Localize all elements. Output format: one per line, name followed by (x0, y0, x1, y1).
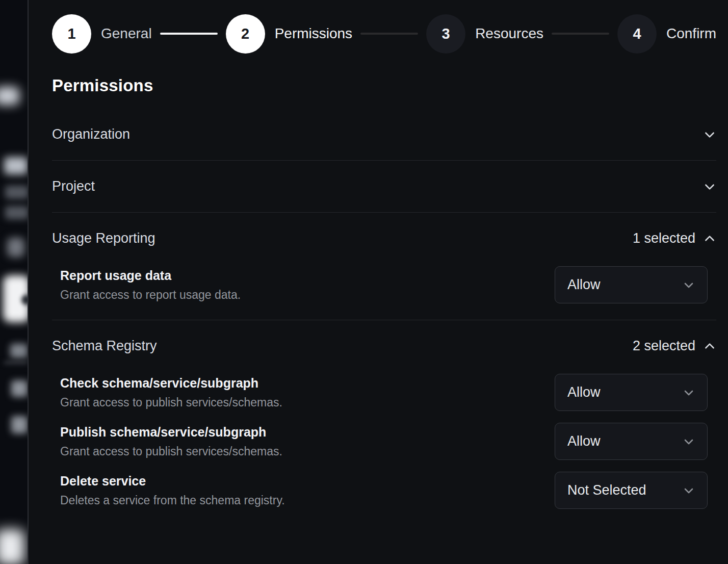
chevron-down-icon (683, 387, 695, 399)
blurred-nav-text (5, 186, 28, 199)
section-header-usage-reporting[interactable]: Usage Reporting 1 selected (52, 213, 716, 264)
selected-count-badge: 2 selected (633, 338, 695, 354)
step-number-badge: 1 (52, 14, 91, 54)
section-project: Project (52, 161, 716, 213)
permission-description: Grant access to report usage data. (60, 288, 241, 302)
blurred-divider (4, 361, 28, 364)
step-label: Permissions (275, 25, 352, 42)
step-number-badge: 3 (426, 14, 465, 54)
stepper-connector (160, 33, 218, 35)
step-general[interactable]: 1 General (52, 14, 152, 54)
chevron-down-icon (683, 279, 695, 291)
stepper-connector (552, 33, 609, 35)
chevron-down-icon (683, 435, 695, 448)
background-sidebar (0, 0, 28, 564)
select-value: Allow (567, 384, 601, 400)
blurred-logo (0, 87, 19, 105)
select-value: Allow (567, 433, 601, 449)
permission-select-check-schema[interactable]: Allow (555, 374, 708, 411)
select-value: Not Selected (567, 482, 646, 498)
selected-count-badge: 1 selected (633, 230, 695, 246)
chevron-down-icon (703, 180, 716, 193)
blurred-bottom-item (0, 529, 24, 564)
permission-description: Deletes a service from the schema regist… (60, 494, 285, 507)
step-permissions[interactable]: 2 Permissions (226, 14, 352, 54)
section-header-schema-registry[interactable]: Schema Registry 2 selected (52, 320, 716, 372)
blurred-nav-item (7, 238, 24, 257)
chevron-down-icon (683, 484, 695, 497)
permission-select-delete-service[interactable]: Not Selected (555, 472, 708, 509)
section-schema-registry: Schema Registry 2 selected Check schema/… (52, 320, 716, 525)
step-label: Confirm (666, 25, 716, 42)
permission-row-delete-service: Delete service Deletes a service from th… (52, 472, 716, 509)
blurred-nav-item (10, 344, 28, 358)
permission-row-check-schema: Check schema/service/subgraph Grant acce… (52, 374, 716, 411)
page-title: Permissions (52, 76, 716, 95)
wizard-stepper: 1 General 2 Permissions 3 Resources 4 Co… (52, 14, 716, 54)
step-number-badge: 2 (226, 14, 265, 54)
permission-title: Publish schema/service/subgraph (60, 425, 282, 440)
create-key-wizard-panel: 1 General 2 Permissions 3 Resources 4 Co… (29, 0, 728, 564)
section-title: Schema Registry (52, 338, 157, 354)
section-header-organization[interactable]: Organization (52, 109, 716, 160)
chevron-up-icon (703, 340, 716, 353)
blurred-nav-item (11, 380, 28, 397)
permission-description: Grant access to publish services/schemas… (60, 445, 282, 458)
select-value: Allow (567, 277, 601, 293)
stepper-connector (360, 33, 418, 35)
section-header-project[interactable]: Project (52, 161, 716, 212)
chevron-up-icon (703, 232, 716, 245)
section-title: Usage Reporting (52, 230, 155, 246)
permission-row-publish-schema: Publish schema/service/subgraph Grant ac… (52, 423, 716, 460)
section-title: Project (52, 178, 95, 194)
step-resources[interactable]: 3 Resources (426, 14, 543, 54)
section-title: Organization (52, 126, 130, 142)
section-organization: Organization (52, 109, 716, 161)
permission-select-publish-schema[interactable]: Allow (555, 423, 708, 460)
permission-title: Report usage data (60, 268, 241, 283)
step-label: Resources (475, 25, 543, 42)
blurred-nav-item (11, 416, 28, 433)
step-label: General (101, 25, 152, 42)
permission-title: Check schema/service/subgraph (60, 376, 282, 391)
step-number-badge: 4 (617, 14, 657, 54)
permission-title: Delete service (60, 474, 285, 489)
permission-description: Grant access to publish services/schemas… (60, 396, 282, 409)
chevron-down-icon (703, 128, 716, 141)
blurred-nav-text (5, 206, 28, 219)
permission-row-report-usage-data: Report usage data Grant access to report… (52, 266, 716, 303)
section-usage-reporting: Usage Reporting 1 selected Report usage … (52, 213, 716, 320)
blurred-nav-heading (4, 157, 28, 174)
step-confirm[interactable]: 4 Confirm (617, 14, 716, 54)
permission-select-report-usage-data[interactable]: Allow (555, 266, 708, 303)
